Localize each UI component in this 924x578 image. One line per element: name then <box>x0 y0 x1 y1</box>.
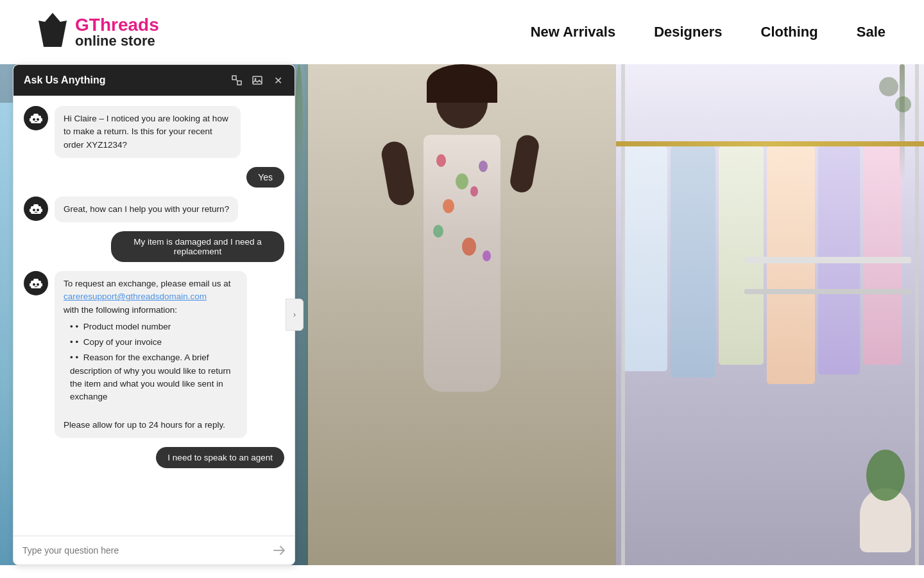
svg-rect-26 <box>40 283 42 286</box>
chat-header-icons: ✕ <box>230 74 284 87</box>
chat-bubble-user-3: I need to speak to an agent <box>156 447 284 468</box>
logo-area: GThreads online store <box>38 12 159 53</box>
svg-rect-7 <box>33 114 38 117</box>
chat-row-user-2: My item is damaged and I need a replacem… <box>24 231 284 262</box>
svg-rect-17 <box>35 212 37 213</box>
bot-avatar-1 <box>24 106 48 130</box>
bot-avatar-3 <box>24 271 48 295</box>
chat-input[interactable] <box>22 545 266 556</box>
chat-toggle-btn[interactable]: › <box>286 299 304 331</box>
logo-text-block: GThreads online store <box>75 16 159 48</box>
svg-rect-12 <box>40 118 42 121</box>
svg-rect-19 <box>40 209 42 212</box>
svg-rect-24 <box>35 286 37 287</box>
chat-bubble-bot-2: Great, how can I help you with your retu… <box>55 197 238 222</box>
chat-title: Ask Us Anything <box>24 74 105 86</box>
send-button[interactable] <box>273 544 286 557</box>
svg-point-22 <box>33 283 35 286</box>
nav-item-designers[interactable]: Designers <box>654 24 722 40</box>
chat-bubble-user-1: Yes <box>246 167 284 188</box>
svg-rect-1 <box>232 76 236 80</box>
logo-brand: GThreads <box>75 16 159 34</box>
chat-row-user-1: Yes <box>24 167 284 188</box>
svg-rect-2 <box>237 81 241 85</box>
svg-rect-21 <box>33 279 38 282</box>
chat-bubble-bot-1: Hi Claire – I noticed you are looking at… <box>55 106 241 158</box>
support-email-link[interactable]: careresupport@gthreadsdomain.com <box>64 292 207 301</box>
main-nav: New Arrivals Designers Clothing Sale <box>531 24 886 40</box>
svg-line-3 <box>236 80 237 81</box>
nav-item-new-arrivals[interactable]: New Arrivals <box>531 24 615 40</box>
close-icon[interactable]: ✕ <box>271 74 284 87</box>
hero-image-2 <box>308 64 616 565</box>
chat-row-bot-2: Great, how can I help you with your retu… <box>24 197 284 222</box>
hero-image-3 <box>616 64 924 565</box>
chat-row-user-3: I need to speak to an agent <box>24 447 284 468</box>
svg-point-9 <box>37 118 39 121</box>
expand-icon[interactable] <box>230 74 243 87</box>
main-content: Ask Us Anything ✕ <box>0 64 924 578</box>
chat-bubble-bot-3: To request an exchange, please email us … <box>55 271 247 438</box>
bot-avatar-2 <box>24 197 48 221</box>
svg-marker-0 <box>38 13 67 47</box>
chat-row-bot-3: To request an exchange, please email us … <box>24 271 284 438</box>
svg-point-15 <box>33 209 35 211</box>
svg-rect-18 <box>30 209 31 212</box>
svg-rect-14 <box>33 204 38 207</box>
chat-widget: Ask Us Anything ✕ <box>13 64 295 565</box>
svg-rect-4 <box>253 76 262 84</box>
chat-row-bot-1: Hi Claire – I noticed you are looking at… <box>24 106 284 158</box>
nav-item-sale[interactable]: Sale <box>857 24 886 40</box>
image-icon[interactable] <box>251 74 264 87</box>
svg-rect-11 <box>30 118 31 121</box>
header: GThreads online store New Arrivals Desig… <box>0 0 924 64</box>
chat-input-area <box>13 536 295 565</box>
chat-header: Ask Us Anything ✕ <box>13 65 295 96</box>
svg-point-16 <box>37 209 39 211</box>
svg-point-8 <box>33 118 35 121</box>
svg-rect-10 <box>35 121 37 122</box>
chat-bubble-user-2: My item is damaged and I need a replacem… <box>111 231 284 262</box>
logo-sub: online store <box>75 34 159 48</box>
dress-icon <box>38 12 67 53</box>
svg-point-23 <box>37 283 39 286</box>
svg-rect-25 <box>30 283 31 286</box>
chat-messages: Hi Claire – I noticed you are looking at… <box>13 96 295 536</box>
nav-item-clothing[interactable]: Clothing <box>761 24 818 40</box>
